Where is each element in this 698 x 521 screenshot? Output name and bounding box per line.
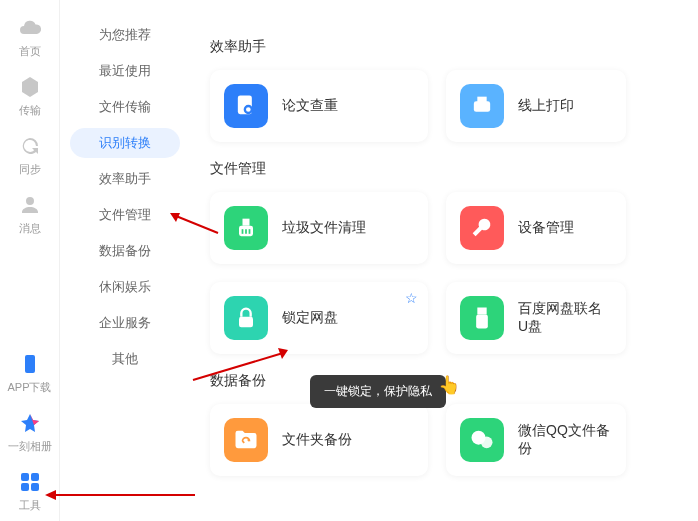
rail-label: 首页	[19, 44, 41, 59]
grid-icon	[18, 470, 42, 494]
sidebar-item-other[interactable]: 其他	[70, 344, 180, 374]
card-folder-backup[interactable]: 文件夹备份	[210, 404, 428, 476]
card-junk-clean[interactable]: 垃圾文件清理	[210, 192, 428, 264]
sidebar-item-recent[interactable]: 最近使用	[70, 56, 180, 86]
printer-icon	[460, 84, 504, 128]
card-label: 线上打印	[518, 97, 574, 115]
rail-sync[interactable]: 同步	[0, 126, 59, 185]
section-title-file-manage: 文件管理	[210, 160, 688, 178]
card-label: 文件夹备份	[282, 431, 352, 449]
album-icon	[18, 411, 42, 435]
main-content: 效率助手 论文查重 线上打印 文件管理 垃圾文件清理 设备管理 ☆	[190, 0, 698, 521]
sidebar-item-enterprise[interactable]: 企业服务	[70, 308, 180, 338]
star-icon[interactable]: ☆	[405, 290, 418, 306]
section-title-efficiency: 效率助手	[210, 38, 688, 56]
document-search-icon	[224, 84, 268, 128]
svg-rect-0	[25, 355, 35, 373]
rail-label: 工具	[19, 498, 41, 513]
card-online-print[interactable]: 线上打印	[446, 70, 626, 142]
rail-label: APP下载	[7, 380, 51, 395]
card-label: 微信QQ文件备份	[518, 422, 612, 458]
sync-icon	[18, 134, 42, 158]
usb-icon	[460, 296, 504, 340]
card-label: 垃圾文件清理	[282, 219, 366, 237]
brush-icon	[224, 206, 268, 250]
card-device-manage[interactable]: 设备管理	[446, 192, 626, 264]
svg-point-18	[481, 437, 493, 449]
rail-label: 传输	[19, 103, 41, 118]
svg-rect-14	[239, 317, 253, 328]
left-rail: 首页 传输 同步 消息 APP下载 一刻相册 工具	[0, 0, 60, 521]
svg-rect-1	[21, 473, 29, 481]
sidebar-item-efficiency[interactable]: 效率助手	[70, 164, 180, 194]
hex-icon	[18, 75, 42, 99]
sidebar-item-entertainment[interactable]: 休闲娱乐	[70, 272, 180, 302]
card-lock-disk[interactable]: ☆ 锁定网盘	[210, 282, 428, 354]
rail-app-download[interactable]: APP下载	[0, 344, 59, 403]
card-paper-check[interactable]: 论文查重	[210, 70, 428, 142]
phone-icon	[18, 352, 42, 376]
sidebar: 为您推荐 最近使用 文件传输 识别转换 效率助手 文件管理 数据备份 休闲娱乐 …	[60, 0, 190, 521]
chat-icon	[460, 418, 504, 462]
rail-label: 一刻相册	[8, 439, 52, 454]
wrench-icon	[460, 206, 504, 250]
sidebar-item-convert[interactable]: 识别转换	[70, 128, 180, 158]
card-label: 论文查重	[282, 97, 338, 115]
cursor-icon: 👆	[438, 374, 460, 396]
svg-rect-4	[31, 483, 39, 491]
card-wechat-qq-backup[interactable]: 微信QQ文件备份	[446, 404, 626, 476]
svg-rect-16	[476, 315, 488, 329]
card-baidu-udisk[interactable]: 百度网盘联名U盘	[446, 282, 626, 354]
rail-label: 消息	[19, 221, 41, 236]
card-label: 设备管理	[518, 219, 574, 237]
rail-tools[interactable]: 工具	[0, 462, 59, 521]
cloud-icon	[18, 16, 42, 40]
rail-transfer[interactable]: 传输	[0, 67, 59, 126]
rail-label: 同步	[19, 162, 41, 177]
person-icon	[18, 193, 42, 217]
svg-rect-7	[474, 101, 490, 112]
svg-rect-3	[21, 483, 29, 491]
rail-album[interactable]: 一刻相册	[0, 403, 59, 462]
sidebar-item-recommend[interactable]: 为您推荐	[70, 20, 180, 50]
lock-icon	[224, 296, 268, 340]
rail-message[interactable]: 消息	[0, 185, 59, 244]
folder-sync-icon	[224, 418, 268, 462]
svg-rect-15	[477, 308, 486, 315]
tooltip-lock-disk: 一键锁定，保护隐私	[310, 375, 446, 408]
card-label: 锁定网盘	[282, 309, 338, 327]
card-label: 百度网盘联名U盘	[518, 300, 612, 336]
sidebar-item-transfer[interactable]: 文件传输	[70, 92, 180, 122]
rail-home[interactable]: 首页	[0, 8, 59, 67]
svg-rect-9	[243, 219, 250, 226]
svg-rect-2	[31, 473, 39, 481]
sidebar-item-file-manage[interactable]: 文件管理	[70, 200, 180, 230]
sidebar-item-backup[interactable]: 数据备份	[70, 236, 180, 266]
svg-rect-8	[477, 97, 486, 103]
